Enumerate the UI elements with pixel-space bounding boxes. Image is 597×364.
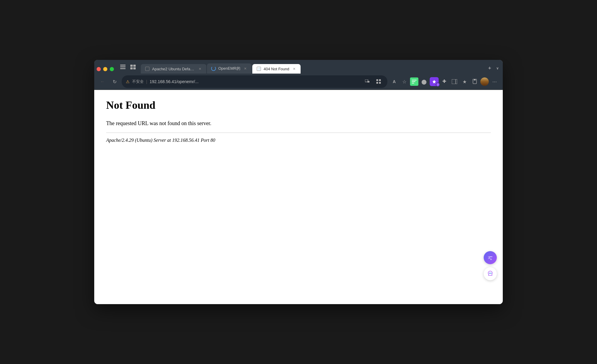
tab-bar: Apache2 Ubuntu Default Pag ✕ OpenEMR的 ✕ … (94, 60, 503, 74)
font-button[interactable]: A (390, 77, 399, 86)
sidebar-panel-button[interactable] (450, 77, 459, 86)
svg-rect-0 (120, 65, 126, 66)
tab-apache-close[interactable]: ✕ (197, 66, 202, 71)
nav-bar: ← ↻ ⚠ 不安全 | 192.168.56.41/openemr/... (94, 74, 503, 90)
tab-openemr[interactable]: OpenEMR的 ✕ (207, 63, 252, 74)
favorites-button[interactable]: ★ (460, 77, 469, 86)
svg-rect-17 (455, 79, 456, 84)
extensions-button[interactable] (440, 77, 449, 86)
window-controls (97, 67, 114, 71)
floating-buttons: 文 A (484, 251, 497, 280)
svg-rect-11 (376, 82, 378, 84)
tab-dropdown-button[interactable]: ∨ (494, 64, 500, 72)
ai-brain-button[interactable] (484, 267, 497, 280)
extension-badge: 3 (436, 83, 440, 87)
grid-button[interactable] (374, 77, 383, 86)
bookmark-button[interactable]: ☆ (400, 77, 409, 86)
pip-button[interactable] (363, 77, 372, 86)
svg-rect-16 (452, 79, 457, 84)
tab-apache[interactable]: Apache2 Ubuntu Default Pag ✕ (141, 64, 206, 74)
svg-rect-12 (379, 82, 381, 84)
translate-button[interactable]: 文 A (484, 251, 497, 264)
address-text: 192.168.56.41/openemr/... (150, 79, 361, 84)
address-divider: | (146, 79, 147, 84)
tab-group: Apache2 Ubuntu Default Pag ✕ OpenEMR的 ✕ … (141, 63, 485, 74)
svg-rect-2 (120, 68, 126, 69)
new-tab-button[interactable]: + (485, 64, 494, 72)
svg-rect-19 (474, 79, 476, 80)
warning-icon: ⚠ (126, 79, 130, 84)
browser-window: Apache2 Ubuntu Default Pag ✕ OpenEMR的 ✕ … (94, 60, 503, 304)
page-divider (106, 133, 491, 133)
sidebar-toggle[interactable] (118, 62, 128, 72)
save-page-button[interactable] (470, 77, 479, 86)
tab-404-title: 404 Not Found (264, 67, 289, 71)
svg-rect-10 (379, 79, 381, 81)
reload-button[interactable]: ↻ (110, 77, 119, 86)
close-button[interactable] (97, 67, 101, 71)
svg-rect-1 (120, 66, 126, 67)
svg-rect-9 (376, 79, 378, 81)
svg-rect-8 (367, 81, 369, 83)
svg-point-23 (489, 273, 490, 273)
tab-view-toggle[interactable] (128, 62, 138, 72)
svg-text:A: A (490, 258, 492, 261)
user-avatar[interactable] (480, 77, 489, 86)
menu-button[interactable]: ··· (490, 77, 499, 86)
title-bar: Apache2 Ubuntu Default Pag ✕ OpenEMR的 ✕ … (94, 60, 503, 90)
tab-apache-favicon (145, 66, 150, 71)
page-description: The requested URL was not found on this … (106, 120, 491, 127)
svg-rect-3 (130, 65, 133, 67)
tab-openemr-title: OpenEMR的 (218, 66, 240, 71)
readwise-button[interactable] (410, 77, 418, 86)
page-server-info: Apache/2.4.29 (Ubuntu) Server at 192.168… (106, 138, 491, 143)
svg-rect-14 (412, 81, 415, 82)
tab-apache-title: Apache2 Ubuntu Default Pag (152, 67, 195, 71)
svg-rect-15 (412, 83, 414, 83)
address-bar[interactable]: ⚠ 不安全 | 192.168.56.41/openemr/... (122, 75, 387, 88)
tab-openemr-close[interactable]: ✕ (243, 66, 248, 71)
page-content: Not Found The requested URL was not foun… (94, 90, 503, 304)
svg-rect-6 (133, 67, 136, 69)
tab-openemr-favicon (211, 66, 216, 71)
back-button[interactable]: ← (98, 77, 107, 86)
insecure-label: 不安全 (132, 79, 144, 84)
extension-button[interactable]: 3 (430, 77, 439, 86)
svg-rect-13 (412, 80, 417, 80)
tab-404-close[interactable]: ✕ (292, 66, 296, 71)
minimize-button[interactable] (103, 67, 107, 71)
tab-404-favicon: 📄 (256, 66, 261, 71)
maximize-button[interactable] (110, 67, 114, 71)
svg-point-24 (491, 273, 491, 273)
nav-tools: A ☆ ⬤ 3 (390, 77, 499, 86)
svg-rect-5 (130, 67, 133, 69)
page-title: Not Found (106, 99, 491, 111)
circle-button[interactable]: ⬤ (420, 77, 429, 86)
tab-404[interactable]: 📄 404 Not Found ✕ (252, 64, 301, 74)
svg-rect-4 (133, 65, 136, 67)
